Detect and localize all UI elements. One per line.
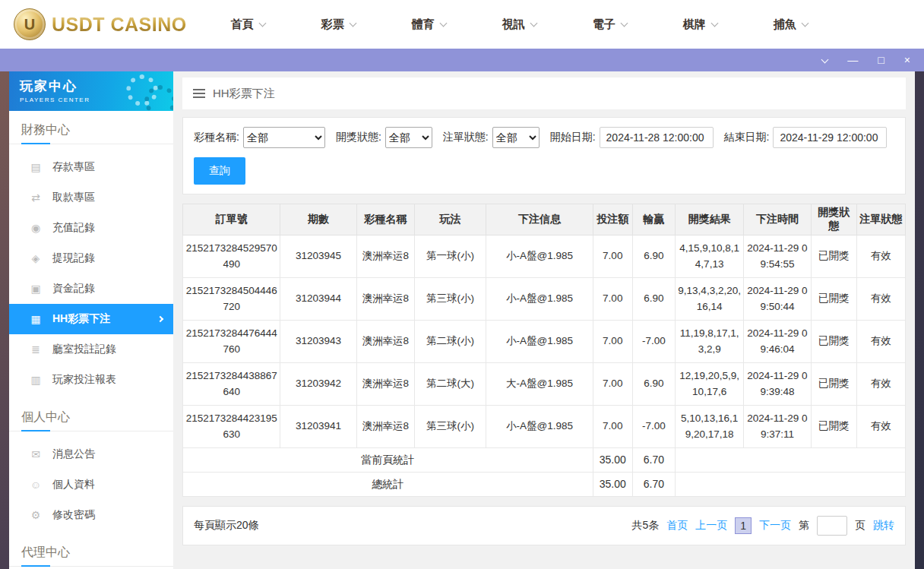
nav-item-video[interactable]: 視訊: [502, 17, 536, 32]
sidebar-item-label: 修改密碼: [52, 508, 95, 522]
page-summary-label: 當前頁統計: [183, 448, 593, 473]
pager: 共5条 首页 上一页 1 下一页 第 页 跳转: [631, 516, 894, 536]
nav-item-fishing[interactable]: 捕魚: [774, 17, 808, 32]
nav-item-chess[interactable]: 棋牌: [683, 17, 717, 32]
sidebar-item-cashout-records[interactable]: ◈提現記錄: [9, 243, 173, 273]
sidebar-item-recharge-records[interactable]: ◉充值記錄: [9, 213, 173, 243]
page-summary-winloss-total: 6.70: [632, 448, 675, 473]
lottery-name-label: 彩種名稱:: [194, 131, 239, 144]
nav-item-label: 電子: [593, 17, 615, 32]
cell-play-type: 第三球(小): [414, 406, 486, 448]
cell-win-loss: 6.90: [632, 278, 675, 321]
window-minimize-button[interactable]: —: [847, 55, 858, 65]
col-period: 期數: [280, 204, 356, 236]
cell-win-loss: -7.00: [632, 321, 675, 363]
cell-draw-result: 9,13,4,3,2,20,16,14: [676, 278, 744, 321]
page-summary-empty: [676, 448, 906, 473]
sidebar-item-label: 提現記錄: [52, 251, 95, 265]
end-date-input[interactable]: [773, 127, 887, 148]
search-button[interactable]: 查詢: [194, 157, 245, 185]
page-jump-input[interactable]: [817, 516, 847, 536]
total-count: 共5条: [631, 519, 659, 533]
cell-bet-info: 小-A盤@1.985: [486, 406, 593, 448]
cell-order-status: 有效: [856, 363, 905, 406]
cell-order-status: 有效: [856, 278, 905, 321]
sidebar-item-label: 存款專區: [52, 160, 95, 174]
start-date-input[interactable]: [600, 127, 714, 148]
nav-item-home[interactable]: 首頁: [231, 17, 265, 32]
first-page-link[interactable]: 首页: [666, 519, 688, 533]
nav-item-label: 棋牌: [683, 17, 706, 32]
cell-bet-time: 2024-11-29 09:37:11: [744, 406, 811, 448]
per-page-info: 每頁顯示20條: [194, 519, 259, 533]
cell-lottery-name: 澳洲幸运8: [356, 406, 414, 448]
profile-icon: ☺: [29, 479, 43, 491]
cell-period: 31203942: [280, 363, 356, 406]
nav-item-label: 首頁: [231, 17, 254, 32]
withdraw-icon: ⇄: [29, 191, 43, 204]
next-page-link[interactable]: 下一页: [759, 519, 791, 533]
window-close-button[interactable]: ×: [904, 55, 910, 65]
cashout-icon: ◈: [29, 252, 43, 264]
pagination-bar: 每頁顯示20條 共5条 首页 上一页 1 下一页 第 页 跳转: [182, 506, 906, 545]
cell-win-loss: 6.90: [632, 236, 675, 278]
section-title-finance: 財務中心: [9, 111, 173, 144]
room-records-icon: ≣: [29, 343, 43, 356]
sidebar-item-withdraw[interactable]: ⇄取款專區: [9, 182, 173, 213]
jump-link[interactable]: 跳转: [873, 519, 894, 533]
prev-page-link[interactable]: 上一页: [695, 519, 727, 533]
section-title-agent: 代理中心: [9, 533, 173, 567]
sidebar-item-player-bet-report[interactable]: ▥玩家投注報表: [9, 365, 173, 395]
grand-summary-label: 總統計: [183, 473, 593, 497]
sidebar-item-label: 個人資料: [52, 478, 95, 492]
chevron-down-icon: [821, 55, 829, 63]
nav-item-electronic[interactable]: 電子: [593, 17, 627, 32]
nav-item-label: 彩票: [321, 17, 344, 32]
lottery-name-select[interactable]: 全部: [243, 127, 325, 148]
nav-item-lottery[interactable]: 彩票: [321, 17, 356, 32]
cell-order-no: 2152173284529570490: [183, 236, 280, 278]
cell-bet-info: 小-A盤@1.985: [486, 278, 593, 321]
nav-item-label: 捕魚: [774, 17, 796, 32]
col-bet-amount: 投注額: [593, 204, 632, 236]
funds-icon: ▣: [29, 283, 43, 295]
nav-item-sports[interactable]: 體育: [412, 17, 446, 32]
chevron-right-icon: [157, 316, 163, 322]
sidebar-item-hh-lottery-bets[interactable]: ▦HH彩票下注: [9, 304, 173, 334]
menu-icon[interactable]: [193, 89, 205, 98]
cell-draw-status: 已開獎: [811, 363, 856, 406]
cell-draw-status: 已開獎: [811, 236, 856, 278]
order-status-label: 注單狀態:: [443, 131, 489, 144]
order-status-select[interactable]: 全部: [492, 127, 540, 148]
jump-suffix-label: 页: [855, 519, 865, 533]
sidebar-item-profile[interactable]: ☺個人資料: [9, 469, 173, 500]
sidebar-item-room-bet-records[interactable]: ≣廳室投註記錄: [9, 334, 173, 365]
cell-lottery-name: 澳洲幸运8: [356, 278, 414, 321]
sidebar-item-funds-records[interactable]: ▣資金記錄: [9, 273, 173, 304]
sidebar-item-change-password[interactable]: ⚙修改密碼: [9, 500, 173, 530]
sidebar-item-announcements[interactable]: ✉消息公告: [9, 439, 173, 469]
section-title-personal: 個人中心: [9, 398, 173, 431]
window-maximize-button[interactable]: □: [878, 55, 884, 65]
deposit-icon: ▤: [29, 161, 43, 173]
chevron-down-icon: [710, 20, 718, 27]
cell-order-no: 2152173284504446720: [183, 278, 280, 321]
col-order-no: 訂單號: [183, 204, 280, 236]
cell-draw-result: 5,10,13,16,19,20,17,18: [676, 406, 744, 448]
draw-status-label: 開獎狀態:: [336, 131, 381, 144]
draw-status-select[interactable]: 全部: [385, 127, 432, 148]
window-chevron-button[interactable]: [822, 57, 827, 64]
personal-menu: ✉消息公告 ☺個人資料 ⚙修改密碼: [9, 431, 173, 533]
col-lottery-name: 彩種名稱: [356, 204, 414, 236]
chevron-down-icon: [258, 20, 266, 27]
sidebar-item-deposit[interactable]: ▤存款專區: [9, 152, 173, 182]
grand-summary-row: 總統計 35.00 6.70: [183, 473, 906, 497]
cell-order-no: 2152173284438867640: [183, 363, 280, 406]
logo[interactable]: U USDT CASINO: [14, 8, 187, 40]
recharge-icon: ◉: [29, 222, 43, 234]
cell-win-loss: -7.00: [632, 406, 675, 448]
sidebar-item-label: HH彩票下注: [52, 312, 110, 326]
nav-item-label: 視訊: [502, 17, 525, 32]
table-header-row: 訂單號 期數 彩種名稱 玩法 下注信息 投注額 輸贏 開獎結果 下注時間 開獎狀…: [183, 204, 906, 236]
main-panel: HH彩票下注 彩種名稱: 全部 開獎狀態: 全部 注單狀態: 全部 開始日期: …: [173, 71, 915, 569]
